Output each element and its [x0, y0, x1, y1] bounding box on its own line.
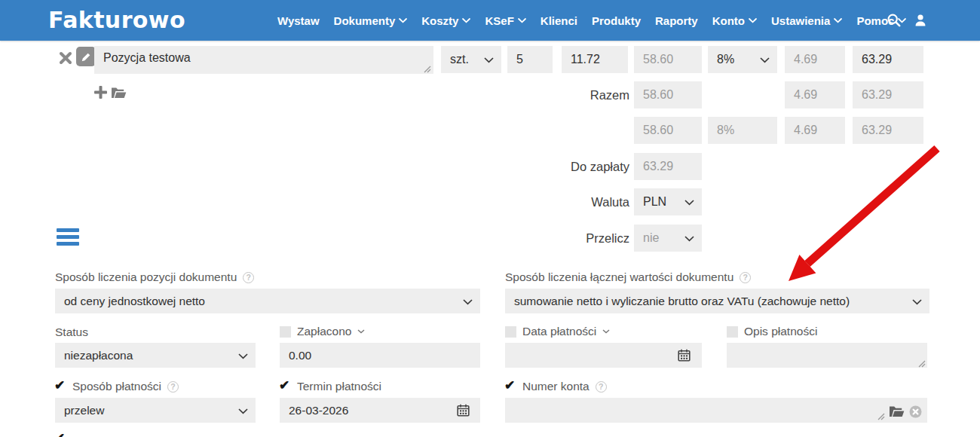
- nav-konto[interactable]: Konto: [712, 14, 757, 27]
- vat-summary-gross-field[interactable]: 63.29: [853, 117, 923, 144]
- calc-pozycji-label-row: Sposób liczenia pozycji dokumentu ?: [55, 270, 254, 284]
- sposob-platnosci-checkbox[interactable]: ✔: [55, 381, 66, 393]
- nav-klienci[interactable]: Klienci: [541, 14, 577, 27]
- chevron-down-icon: [834, 18, 842, 23]
- razem-vat-field[interactable]: 4.69: [785, 81, 845, 108]
- calendar-icon[interactable]: [457, 404, 470, 417]
- nav-dokumenty[interactable]: Dokumenty: [334, 14, 408, 27]
- help-icon[interactable]: ?: [167, 381, 179, 393]
- gross-value-input[interactable]: 63.29: [853, 46, 923, 73]
- help-icon[interactable]: ?: [243, 272, 254, 283]
- status-label: Status: [55, 325, 88, 339]
- main-nav: Wystaw Dokumenty Koszty KSeF Klienci Pro…: [277, 0, 906, 41]
- chevron-down-icon: [684, 236, 694, 242]
- opis-platnosci-checkbox[interactable]: [727, 326, 738, 338]
- chevron-down-icon: [238, 408, 248, 414]
- app-logo[interactable]: Fakturowo: [48, 7, 185, 33]
- resize-grip-icon[interactable]: [422, 64, 431, 73]
- checkmark-icon: ✔: [54, 430, 65, 437]
- app-window: Fakturowo Wystaw Dokumenty Koszty KSeF K…: [0, 0, 980, 437]
- vat-summary-rate-field[interactable]: 8%: [708, 117, 777, 144]
- termin-platnosci-input[interactable]: 26-03-2026: [280, 398, 480, 423]
- numer-konta-label-row: ✔ Numer konta ?: [505, 380, 607, 393]
- numer-konta-checkbox[interactable]: ✔: [505, 381, 516, 393]
- checkmark-icon: ✔: [504, 377, 515, 393]
- item-name-textarea[interactable]: Pozycja testowa: [94, 46, 433, 74]
- opis-platnosci-label-row: Opis płatności: [727, 325, 817, 338]
- status-select[interactable]: niezapłacona: [55, 343, 256, 368]
- partial-checkbox[interactable]: ✔: [55, 434, 66, 437]
- net-value-field[interactable]: 58.60: [634, 46, 702, 73]
- razem-label: Razem: [528, 81, 629, 108]
- chevron-down-icon[interactable]: [357, 329, 365, 334]
- data-platnosci-input[interactable]: [505, 343, 702, 368]
- chevron-down-icon: [399, 18, 407, 23]
- edit-item-button[interactable]: [76, 47, 96, 66]
- unit-select[interactable]: szt.: [441, 46, 501, 73]
- przelicz-label: Przelicz: [516, 225, 629, 252]
- calc-pozycji-select[interactable]: od ceny jednostkowej netto: [55, 289, 480, 313]
- checkmark-icon: ✔: [54, 377, 65, 393]
- chevron-down-icon: [462, 18, 470, 23]
- sposob-platnosci-select[interactable]: przelew: [55, 398, 256, 423]
- opis-platnosci-textarea[interactable]: [727, 343, 927, 368]
- zaplacono-input[interactable]: 0.00: [280, 343, 480, 368]
- search-icon[interactable]: [887, 13, 902, 28]
- quantity-input[interactable]: 5: [507, 46, 553, 73]
- razem-gross-field[interactable]: 63.29: [853, 81, 923, 108]
- header-icons: [887, 0, 927, 41]
- calc-lacznej-label-row: Sposób liczenia łącznej wartości dokumen…: [505, 270, 751, 284]
- top-navigation-bar: Fakturowo Wystaw Dokumenty Koszty KSeF K…: [0, 0, 980, 41]
- termin-platnosci-checkbox[interactable]: ✔: [280, 381, 291, 393]
- chevron-down-icon: [518, 18, 526, 23]
- pencil-icon: [81, 51, 92, 63]
- nav-wystaw[interactable]: Wystaw: [277, 14, 320, 27]
- calc-lacznej-select[interactable]: sumowanie netto i wyliczanie brutto oraz…: [505, 289, 929, 313]
- termin-platnosci-label-row: ✔ Termin płatności: [280, 380, 381, 393]
- razem-net-field[interactable]: 58.60: [634, 81, 702, 108]
- resize-grip-icon[interactable]: [917, 359, 926, 368]
- calendar-icon[interactable]: [678, 349, 691, 362]
- checkmark-icon: ✔: [279, 377, 289, 393]
- sposob-platnosci-label-row: ✔ Sposób płatności ?: [55, 380, 179, 393]
- nav-ksef[interactable]: KSeF: [485, 14, 525, 27]
- partial-bottom-checkbox-row: ✔: [55, 432, 66, 437]
- zaplacono-label-row: Zapłacono: [280, 325, 365, 338]
- help-icon[interactable]: ?: [740, 272, 751, 283]
- chevron-down-icon: [484, 57, 494, 63]
- data-platnosci-checkbox[interactable]: [505, 326, 516, 338]
- resize-grip-icon[interactable]: [876, 411, 885, 420]
- do-zaplaty-field[interactable]: 63.29: [634, 153, 702, 180]
- vat-rate-select[interactable]: 8%: [708, 46, 777, 73]
- unit-price-input[interactable]: 11.72: [562, 46, 628, 73]
- vat-summary-net-field[interactable]: 58.60: [634, 117, 702, 144]
- chevron-down-icon: [684, 200, 694, 206]
- waluta-label: Waluta: [516, 188, 629, 215]
- waluta-select[interactable]: PLN: [634, 188, 702, 215]
- folder-open-icon[interactable]: [889, 405, 905, 417]
- menu-hamburger-icon[interactable]: [57, 228, 79, 249]
- nav-raporty[interactable]: Raporty: [655, 14, 698, 27]
- clear-field-icon[interactable]: [909, 405, 922, 418]
- nav-ustawienia[interactable]: Ustawienia: [771, 14, 842, 27]
- zaplacono-checkbox[interactable]: [280, 326, 291, 338]
- do-zaplaty-label: Do zapłaty: [516, 153, 629, 180]
- help-icon[interactable]: ?: [596, 381, 607, 393]
- delete-item-icon[interactable]: [58, 50, 73, 66]
- data-platnosci-label-row: Data płatności: [505, 325, 610, 338]
- numer-konta-textarea[interactable]: [505, 398, 927, 423]
- vat-value-field[interactable]: 4.69: [785, 46, 845, 73]
- add-item-icon[interactable]: [93, 85, 108, 99]
- chevron-down-icon: [912, 299, 922, 305]
- chevron-down-icon: [749, 18, 757, 23]
- przelicz-select[interactable]: nie: [634, 225, 702, 252]
- nav-produkty[interactable]: Produkty: [592, 14, 641, 27]
- folder-open-icon[interactable]: [111, 87, 127, 99]
- chevron-down-icon[interactable]: [602, 329, 610, 334]
- vat-summary-vat-field[interactable]: 4.69: [785, 117, 845, 144]
- user-icon[interactable]: [914, 14, 927, 27]
- chevron-down-icon: [238, 353, 248, 359]
- chevron-down-icon: [463, 299, 473, 305]
- nav-koszty[interactable]: Koszty: [421, 14, 470, 27]
- chevron-down-icon: [760, 57, 770, 63]
